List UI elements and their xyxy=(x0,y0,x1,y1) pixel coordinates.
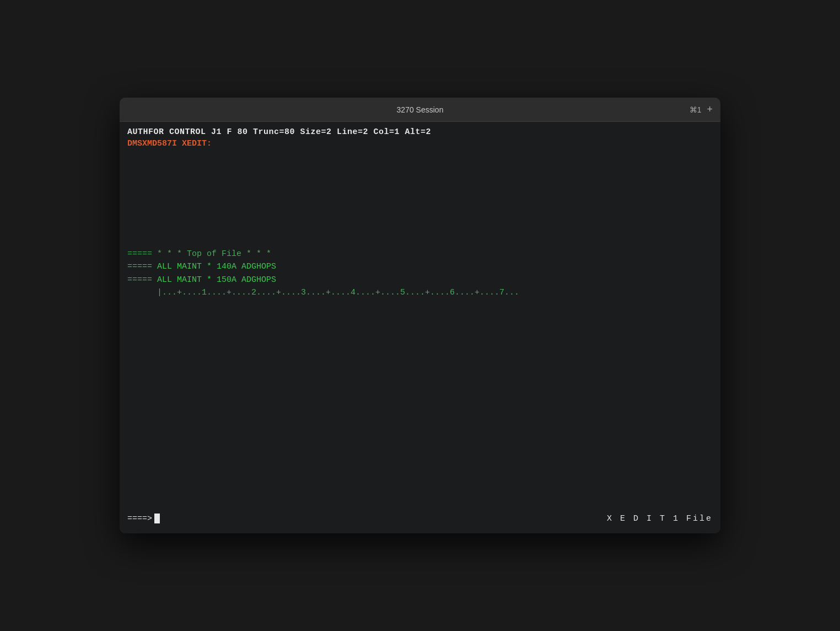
title-bar: 3270 Session ⌘1 + xyxy=(120,98,720,122)
line-2: ===== ALL MAINT * 140A ADGHOPS xyxy=(127,260,713,273)
line-3: ===== ALL MAINT * 150A ADGHOPS xyxy=(127,274,713,286)
new-tab-button[interactable]: + xyxy=(707,104,713,115)
error-line: DMSXMD587I XEDIT: xyxy=(127,139,713,148)
xedit-label: X E D I T 1 File xyxy=(607,514,713,523)
content-area: ===== * * * Top of File * * * ===== ALL … xyxy=(127,248,713,299)
terminal-window: 3270 Session ⌘1 + AUTHFOR CONTROL J1 F 8… xyxy=(120,98,720,533)
status-line: AUTHFOR CONTROL J1 F 80 Trunc=80 Size=2 … xyxy=(127,127,713,137)
title-bar-controls: ⌘1 + xyxy=(690,104,713,115)
bottom-bar: ====> X E D I T 1 File xyxy=(120,504,720,533)
line-1: ===== * * * Top of File * * * xyxy=(127,248,713,260)
prompt-arrow: ====> xyxy=(127,514,152,523)
window-title: 3270 Session xyxy=(397,105,444,114)
line-5: |...+....1....+....2....+....3....+....4… xyxy=(127,286,713,299)
command-prompt[interactable]: ====> xyxy=(127,514,160,523)
cursor xyxy=(154,514,160,523)
cmd-key: ⌘1 xyxy=(690,105,702,114)
terminal-body[interactable]: AUTHFOR CONTROL J1 F 80 Trunc=80 Size=2 … xyxy=(120,122,720,533)
